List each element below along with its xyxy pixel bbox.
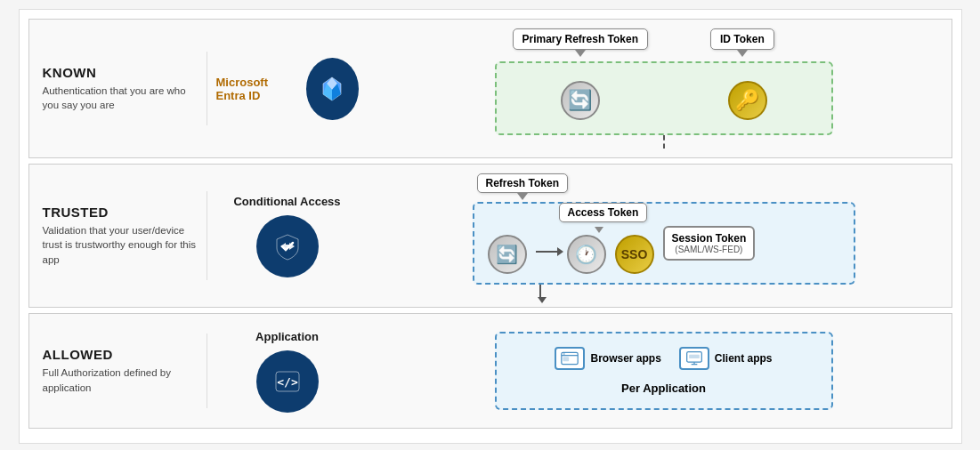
known-left-label: KNOWN Authentication that you are who yo… bbox=[29, 52, 207, 125]
entra-icon bbox=[306, 58, 358, 120]
known-title: KNOWN bbox=[43, 65, 198, 80]
prt-coin: 🔄 bbox=[561, 81, 600, 120]
svg-point-8 bbox=[563, 353, 565, 355]
client-apps-label: Client apps bbox=[715, 352, 773, 365]
browser-apps-item: Browser apps bbox=[555, 347, 660, 370]
v-line-trusted bbox=[539, 285, 541, 298]
svg-text:</>: </> bbox=[277, 375, 298, 389]
allowed-content: Browser apps bbox=[495, 332, 833, 410]
trusted-row: TRUSTED Validation that your user/device… bbox=[28, 164, 952, 308]
allowed-title: ALLOWED bbox=[43, 347, 198, 362]
access-token-arrow bbox=[595, 227, 603, 233]
trusted-desc: Validation that your user/device trust i… bbox=[43, 223, 198, 266]
access-coin-group: 🕐 bbox=[567, 235, 606, 274]
prt-token: 🔄 bbox=[561, 81, 600, 120]
green-dashed-box: 🔄 🔑 bbox=[495, 61, 833, 135]
sso-coin-group: SSO bbox=[615, 235, 654, 274]
client-icon bbox=[679, 347, 709, 370]
trusted-title: TRUSTED bbox=[43, 205, 198, 220]
application-label: Application bbox=[255, 330, 319, 343]
per-application-label: Per Application bbox=[621, 382, 706, 395]
blue-dashed-box-allowed: Browser apps bbox=[495, 332, 833, 410]
entra-svg bbox=[318, 75, 346, 103]
session-token-sub: (SAML/WS-FED) bbox=[672, 245, 747, 254]
refresh-arrow bbox=[517, 193, 528, 200]
diagram-container: KNOWN Authentication that you are who yo… bbox=[19, 9, 962, 444]
known-desc: Authentication that you are who you say … bbox=[43, 84, 198, 112]
browser-svg bbox=[561, 350, 579, 367]
id-token-callout: ID Token bbox=[710, 28, 774, 50]
allowed-right-area: Browser apps bbox=[368, 323, 952, 419]
known-middle: Microsoft Entra ID bbox=[207, 49, 368, 129]
allowed-left-label: ALLOWED Full Authorization defined by ap… bbox=[29, 333, 207, 407]
id-coin: 🔑 bbox=[728, 81, 767, 120]
session-token-box: Session Token (SAML/WS-FED) bbox=[663, 226, 756, 261]
client-apps-item: Client apps bbox=[679, 347, 773, 370]
refresh-coin: 🔄 bbox=[488, 235, 527, 274]
application-svg: </> bbox=[273, 367, 302, 396]
access-token-callout: Access Token bbox=[559, 203, 648, 222]
arrow-right-trusted bbox=[536, 251, 558, 253]
refresh-token-callout: Refresh Token bbox=[477, 173, 568, 193]
trusted-middle: Conditional Access bbox=[207, 186, 368, 286]
session-token-group: Session Token (SAML/WS-FED) bbox=[663, 226, 756, 261]
conditional-access-icon bbox=[256, 215, 319, 277]
sso-coin: SSO bbox=[615, 235, 654, 274]
id-token: 🔑 bbox=[728, 81, 767, 120]
entra-section: Microsoft Entra ID bbox=[216, 58, 359, 120]
allowed-row: ALLOWED Full Authorization defined by ap… bbox=[28, 313, 952, 429]
access-coin: 🕐 bbox=[567, 235, 606, 274]
known-right-area: Primary Refresh Token ID Token bbox=[368, 20, 952, 157]
entra-label: Microsoft Entra ID bbox=[216, 76, 300, 102]
browser-apps-label: Browser apps bbox=[590, 352, 660, 365]
application-icon: </> bbox=[256, 350, 319, 413]
conditional-access-label: Conditional Access bbox=[233, 195, 340, 208]
refresh-coin-group: 🔄 bbox=[488, 235, 527, 274]
conditional-access-svg bbox=[273, 232, 302, 261]
known-row: KNOWN Authentication that you are who yo… bbox=[28, 19, 952, 158]
trusted-right-area: Refresh Token Access Token 🔄 bbox=[368, 165, 952, 307]
allowed-desc: Full Authorization defined by applicatio… bbox=[43, 366, 198, 394]
client-svg bbox=[685, 350, 703, 367]
browser-icon bbox=[555, 347, 585, 370]
blue-dashed-box-trusted: Access Token 🔄 🕐 bbox=[473, 202, 855, 285]
prt-callout: Primary Refresh Token bbox=[513, 28, 649, 50]
session-token-title: Session Token bbox=[672, 232, 747, 245]
trusted-left-label: TRUSTED Validation that your user/device… bbox=[29, 191, 207, 279]
v-line-known bbox=[663, 135, 665, 149]
svg-rect-13 bbox=[689, 355, 700, 358]
svg-rect-9 bbox=[563, 357, 570, 361]
allowed-middle: Application </> bbox=[207, 321, 368, 422]
app-items: Browser apps bbox=[555, 347, 772, 370]
